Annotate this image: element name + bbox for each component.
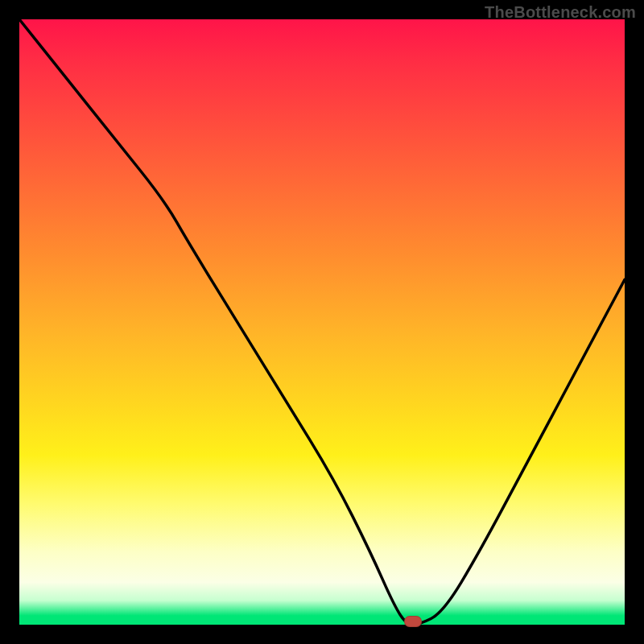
chart-stage: TheBottleneck.com bbox=[0, 0, 644, 644]
optimal-point-marker bbox=[404, 616, 422, 627]
bottleneck-curve bbox=[19, 19, 625, 625]
plot-area bbox=[19, 19, 625, 625]
